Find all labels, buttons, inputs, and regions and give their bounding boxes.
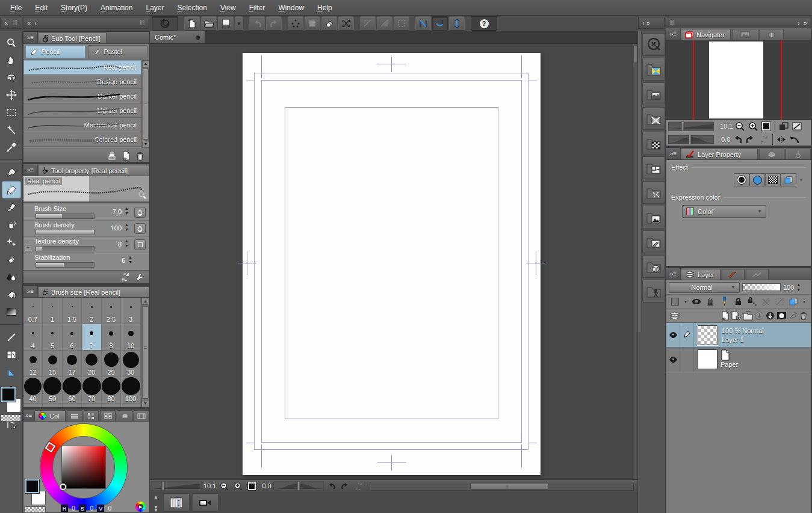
deselect-button[interactable] (288, 16, 303, 31)
menu-layer[interactable]: Layer (139, 0, 170, 16)
mini-color-wheel-button[interactable]: ▶ (135, 502, 146, 512)
size-next-row[interactable] (122, 404, 141, 407)
pen-tool[interactable] (2, 164, 21, 181)
layer-extra-tab[interactable] (746, 269, 769, 280)
snap-to-grid-button[interactable] (449, 16, 465, 31)
size-4[interactable]: 4 (23, 324, 43, 351)
slider-brush-density[interactable]: Brush density 100 ▲▼ (23, 221, 149, 237)
material-3d-folder[interactable] (642, 255, 665, 278)
size-1.5[interactable]: 1.5 (63, 298, 82, 324)
preview-magnifier-icon[interactable] (138, 191, 147, 200)
animation-cels-tab[interactable] (759, 149, 784, 159)
color-slider-tab[interactable] (67, 410, 82, 421)
nav-flip-horizontal-button[interactable] (778, 121, 790, 132)
texture-density-spinner[interactable]: ▲▼ (123, 239, 130, 248)
snap-to-ruler-button[interactable] (415, 16, 431, 31)
rotate-left-button[interactable] (326, 481, 338, 491)
zoom-slider[interactable] (151, 481, 202, 491)
apply-mask-button[interactable] (789, 311, 798, 320)
navigator-zoom-slider[interactable] (668, 121, 714, 131)
hand-tool[interactable] (2, 51, 21, 69)
layer-property-tab[interactable]: Layer Property (681, 149, 758, 159)
panel-menu-icon[interactable]: »≡ (666, 268, 681, 280)
nav-zoom-in-button[interactable] (747, 121, 759, 132)
new-raster-layer-button[interactable] (721, 311, 730, 321)
auto-select-tool[interactable] (2, 121, 21, 138)
size-12[interactable]: 12 (23, 351, 43, 377)
combine-mode-button[interactable] (668, 296, 681, 307)
expand-selection-button[interactable] (377, 16, 392, 31)
nav-rotate-right-button[interactable] (745, 135, 757, 145)
brush-size-tab[interactable]: Brush size [Real pencil] (38, 286, 149, 297)
brush-tool[interactable] (2, 198, 21, 216)
panel-menu-icon[interactable]: »≡ (23, 164, 38, 176)
canvas-hscrollbar[interactable]: ⫿⫿ (370, 482, 634, 491)
fill-tool[interactable] (2, 286, 21, 303)
save-button[interactable] (218, 16, 234, 31)
menu-file[interactable]: File (4, 0, 28, 16)
menu-view[interactable]: View (214, 0, 243, 16)
approximate-color-tab[interactable] (117, 410, 132, 421)
layer1-thumbnail[interactable] (698, 325, 717, 345)
timeline-button[interactable] (163, 493, 190, 512)
size-25[interactable]: 25 (102, 351, 121, 377)
size-next-row[interactable] (43, 404, 63, 407)
material-color-pattern-folder[interactable] (642, 58, 665, 81)
tab-pastel[interactable]: Pastel (88, 45, 148, 58)
blend-mode-dropdown[interactable]: Normal ▼ (669, 282, 740, 293)
reset-rotation-button[interactable] (353, 481, 365, 491)
intermediate-color-tab[interactable] (100, 410, 116, 421)
nav-rotate-left-button[interactable] (731, 135, 743, 145)
material-image-folder[interactable] (642, 206, 665, 229)
material-bar-scroll[interactable] (638, 31, 642, 332)
nav-zoom-out-button[interactable] (734, 121, 746, 132)
sub-tool-item-lighter-pencil[interactable]: Lighter pencil (23, 103, 141, 118)
move-layer-tool[interactable] (2, 86, 21, 103)
sub-tool-panel-tab[interactable]: Sub Tool [Pencil] (38, 32, 107, 43)
brush-size-scrollbar[interactable]: ▲ ▼ (141, 298, 149, 407)
app-logo-button[interactable] (152, 16, 178, 31)
material-pose-folder[interactable] (642, 280, 665, 303)
zoom-tool[interactable] (2, 34, 21, 51)
sub-tool-item-mechanical-pencil[interactable]: Mechanical pencil (23, 118, 141, 132)
rotate-right-button[interactable] (339, 481, 352, 491)
opacity-slider[interactable] (742, 283, 781, 291)
rotate-slider[interactable] (273, 481, 324, 491)
scroll-up-icon[interactable]: ▲ (141, 298, 149, 305)
draft-layer-button[interactable] (704, 296, 717, 307)
navigator-rotate-slider[interactable] (668, 135, 714, 144)
brush-density-spinner[interactable]: ▲▼ (123, 223, 130, 232)
gradient-tool[interactable] (2, 303, 21, 321)
size-80[interactable]: 80 (102, 377, 121, 404)
transparent-color-swatch[interactable] (1, 414, 21, 422)
menu-animation[interactable]: Animation (94, 0, 139, 16)
pencil-tool[interactable] (2, 181, 21, 198)
brush-size-pressure-button[interactable] (134, 207, 146, 218)
effect-dropdown-icon[interactable]: ▼ (796, 177, 806, 183)
layer-tab[interactable]: Layer (681, 269, 721, 280)
canvas-vscrollbar[interactable] (632, 44, 637, 479)
size-3[interactable]: 3 (122, 298, 141, 324)
panel-menu-icon[interactable]: »≡ (666, 28, 681, 40)
airbrush-tool[interactable] (2, 216, 21, 233)
figure-tool[interactable] (2, 363, 21, 381)
menu-selection[interactable]: Selection (170, 0, 213, 16)
ruler-tool[interactable] (2, 328, 21, 346)
size-2[interactable]: 2 (82, 298, 102, 324)
collapse-down-icon[interactable]: ▼▼ (153, 506, 158, 512)
eraser-tool[interactable] (2, 251, 21, 268)
size-10[interactable]: 10 (122, 324, 141, 351)
document-tab[interactable]: Comic* (150, 31, 205, 43)
size-100[interactable]: 100 (122, 377, 141, 404)
material-dock-collapse[interactable]: ‹ » (638, 17, 665, 29)
expression-color-dropdown[interactable]: Color ▼ (682, 205, 766, 218)
scroll-thumb[interactable] (142, 306, 149, 399)
invert-selection-button[interactable] (360, 16, 376, 31)
sub-tool-item-colored-pencil[interactable]: Colored pencil (23, 132, 141, 147)
canvas-viewport[interactable] (150, 44, 632, 479)
sv-marker[interactable] (60, 484, 66, 490)
quick-access-button[interactable] (642, 33, 665, 56)
transfer-down-button[interactable] (755, 311, 764, 321)
size-7-selected[interactable]: 7 (82, 324, 102, 351)
brush-density-pressure-button[interactable] (134, 223, 146, 234)
